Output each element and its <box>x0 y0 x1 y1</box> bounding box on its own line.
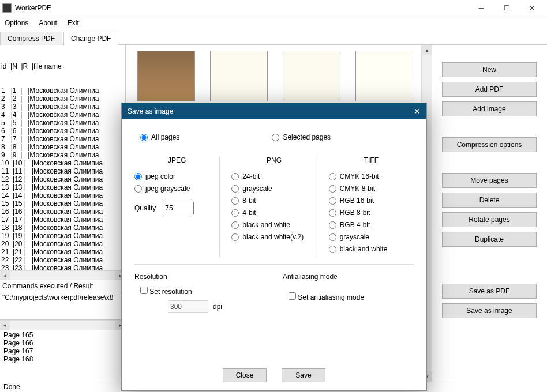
dpi-input[interactable] <box>168 300 208 313</box>
table-row[interactable]: 19 |19 | |Московская Олимпиа <box>1 232 124 240</box>
tiff-bw-radio[interactable]: black and white <box>329 245 414 253</box>
dialog-title: Save as image <box>128 107 414 115</box>
menu-bar: Options About Exit <box>0 16 547 30</box>
dialog-close-icon[interactable]: ✕ <box>414 107 421 116</box>
table-row[interactable]: 16 |16 | |Московская Олимпиа <box>1 208 124 216</box>
table-row[interactable]: 7 |7 | |Московская Олимпиа <box>1 135 124 143</box>
duplicate-button[interactable]: Duplicate <box>442 232 537 247</box>
tab-compress-pdf[interactable]: Compress PDF <box>0 32 62 45</box>
tiff-column: TIFF CMYK 16-bit CMYK 8-bit RGB 16-bit R… <box>317 156 414 257</box>
dialog-title-bar[interactable]: Save as image ✕ <box>122 103 426 119</box>
dialog-close-button[interactable]: Close <box>223 368 267 382</box>
page-list[interactable]: Page 165 Page 166 Page 167 Page 168 <box>0 330 125 382</box>
resolution-group: Resolution Set resolution dpi <box>134 273 265 313</box>
tiff-heading: TIFF <box>329 156 414 164</box>
table-row[interactable]: 17 |17 | |Московская Олимпиа <box>1 216 124 224</box>
table-row[interactable]: 15 |15 | |Московская Олимпиа <box>1 199 124 208</box>
menu-options[interactable]: Options <box>5 19 28 27</box>
table-row[interactable]: 12 |12 | |Московская Олимпиа <box>1 175 124 183</box>
window-title: WorkerPDF <box>15 4 469 12</box>
page-thumbnail[interactable] <box>355 51 413 101</box>
title-bar: WorkerPDF ─ ☐ ✕ <box>0 0 547 16</box>
status-text: Done <box>3 383 20 391</box>
table-row[interactable]: 6 |6 | |Московская Олимпиа <box>1 127 124 135</box>
page-thumbnail[interactable] <box>137 51 195 101</box>
tiff-grayscale-radio[interactable]: grayscale <box>329 233 414 241</box>
list-item[interactable]: Page 167 <box>3 347 122 355</box>
jpeg-grayscale-radio[interactable]: jpeg grayscale <box>134 184 219 193</box>
save-as-pdf-button[interactable]: Save as PDF <box>442 284 537 299</box>
dpi-unit: dpi <box>213 303 222 311</box>
move-pages-button[interactable]: Move pages <box>442 173 537 188</box>
dialog-save-button[interactable]: Save <box>282 368 325 382</box>
file-list-hscroll[interactable]: ◄► <box>0 270 125 280</box>
resolution-legend: Resolution <box>134 273 265 281</box>
table-row[interactable]: 21 |21 | |Московская Олимпиа <box>1 248 124 256</box>
png-bw2-radio[interactable]: black and white(v.2) <box>231 233 316 241</box>
list-item[interactable]: Page 168 <box>3 355 122 363</box>
table-row[interactable]: 20 |20 | |Московская Олимпиа <box>1 240 124 248</box>
save-as-image-dialog: Save as image ✕ All pages Selected pages… <box>121 103 427 391</box>
table-row[interactable]: 5 |5 | |Московская Олимпиа <box>1 119 124 127</box>
add-pdf-button[interactable]: Add PDF <box>442 82 537 97</box>
quality-input[interactable] <box>163 202 194 214</box>
table-row[interactable]: 4 |4 | |Московская Олимпиа <box>1 111 124 119</box>
app-icon <box>2 3 12 13</box>
right-toolbar: New Add PDF Add image Compression option… <box>432 45 547 382</box>
tiff-rgb4-radio[interactable]: RGB 4-bit <box>329 221 414 229</box>
table-row[interactable]: 18 |18 | |Московская Олимпиа <box>1 224 124 232</box>
table-row[interactable]: 8 |8 | |Московская Олимпиа <box>1 143 124 151</box>
menu-exit[interactable]: Exit <box>68 19 79 27</box>
delete-button[interactable]: Delete <box>442 193 537 208</box>
table-row[interactable]: 9 |9 | |Московская Олимпиа <box>1 151 124 159</box>
png-24bit-radio[interactable]: 24-bit <box>231 172 316 180</box>
menu-about[interactable]: About <box>39 19 57 27</box>
table-row[interactable]: 2 |2 | |Московская Олимпиа <box>1 95 124 103</box>
table-row[interactable]: 13 |13 | |Московская Олимпиа <box>1 183 124 191</box>
selected-pages-radio[interactable]: Selected pages <box>272 133 331 141</box>
jpeg-column: JPEG jpeg color jpeg grayscale Quality <box>134 156 219 257</box>
maximize-button[interactable]: ☐ <box>494 0 519 16</box>
commands-hscroll[interactable]: ◄► <box>0 320 125 330</box>
commands-output[interactable]: "C:\myprojects\workerpdf\release\x8 <box>0 292 125 320</box>
file-list-header: id |N |R |file name <box>1 62 124 70</box>
png-8bit-radio[interactable]: 8-bit <box>231 197 316 205</box>
table-row[interactable]: 11 |11 | |Московская Олимпиа <box>1 167 124 175</box>
table-row[interactable]: 3 |3 | |Московская Олимпиа <box>1 103 124 111</box>
png-4bit-radio[interactable]: 4-bit <box>231 209 316 217</box>
png-bw-radio[interactable]: black and white <box>231 221 316 229</box>
left-column: id |N |R |file name 1 |1 | |Московская О… <box>0 45 126 382</box>
table-row[interactable]: 14 |14 | |Московская Олимпиа <box>1 191 124 199</box>
tab-change-pdf[interactable]: Change PDF <box>63 32 118 45</box>
scroll-up-icon[interactable]: ▲ <box>422 45 432 55</box>
tiff-rgb8-radio[interactable]: RGB 8-bit <box>329 209 414 217</box>
jpeg-color-radio[interactable]: jpeg color <box>134 172 219 180</box>
tab-strip: Compress PDF Change PDF <box>0 31 547 45</box>
png-column: PNG 24-bit grayscale 8-bit 4-bit black a… <box>219 156 316 257</box>
save-as-image-button[interactable]: Save as image <box>442 303 537 318</box>
all-pages-radio[interactable]: All pages <box>140 133 179 141</box>
new-button[interactable]: New <box>442 62 537 77</box>
table-row[interactable]: 1 |1 | |Московская Олимпиа <box>1 86 124 95</box>
tiff-cmyk8-radio[interactable]: CMYK 8-bit <box>329 184 414 193</box>
list-item[interactable]: Page 166 <box>3 339 122 347</box>
tiff-rgb16-radio[interactable]: RGB 16-bit <box>329 197 414 205</box>
compression-options-button[interactable]: Compression options <box>442 137 537 152</box>
file-list[interactable]: id |N |R |file name 1 |1 | |Московская О… <box>0 45 125 270</box>
png-grayscale-radio[interactable]: grayscale <box>231 184 316 193</box>
add-image-button[interactable]: Add image <box>442 101 537 116</box>
set-resolution-checkbox[interactable]: Set resolution <box>140 288 192 296</box>
minimize-button[interactable]: ─ <box>469 0 494 16</box>
rotate-pages-button[interactable]: Rotate pages <box>442 212 537 227</box>
list-item[interactable]: Page 165 <box>3 331 122 339</box>
close-button[interactable]: ✕ <box>519 0 545 16</box>
png-heading: PNG <box>231 156 316 164</box>
table-row[interactable]: 23 |23 | |Московская Олимпиа <box>1 264 124 270</box>
set-antialiasing-checkbox[interactable]: Set antialiasing mode <box>289 293 364 301</box>
page-thumbnail[interactable] <box>210 51 268 101</box>
tiff-cmyk16-radio[interactable]: CMYK 16-bit <box>329 172 414 180</box>
table-row[interactable]: 22 |22 | |Московская Олимпиа <box>1 256 124 264</box>
commands-label: Commands executed / Result <box>0 280 125 292</box>
table-row[interactable]: 10 |10 | |Московская Олимпиа <box>1 159 124 167</box>
page-thumbnail[interactable] <box>283 51 340 101</box>
